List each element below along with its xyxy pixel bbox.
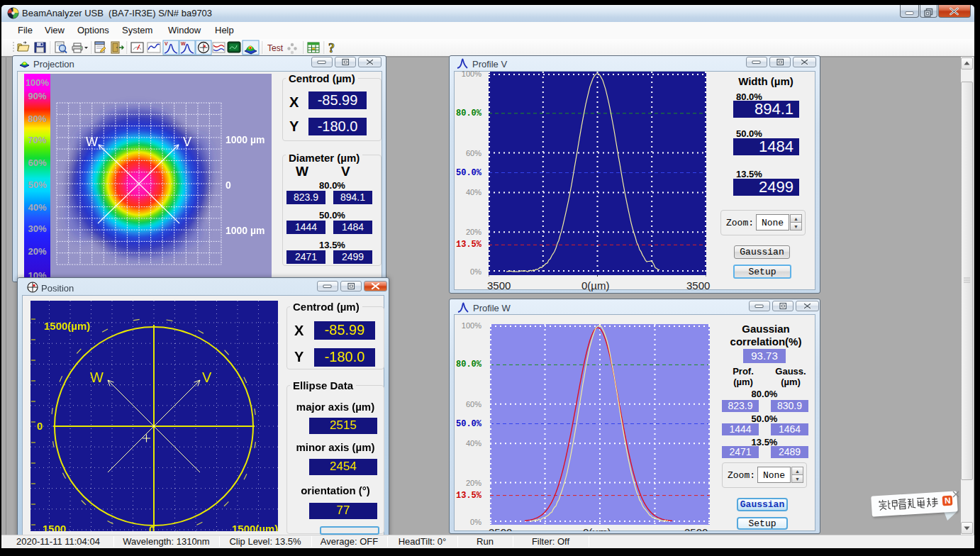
svg-text:1000 µm: 1000 µm (225, 225, 265, 236)
svg-text:1500(µm): 1500(µm) (232, 523, 278, 531)
svg-text:V: V (165, 41, 168, 46)
svg-text:V: V (202, 369, 212, 385)
svg-text:0: 0 (37, 420, 43, 432)
svg-text:W: W (86, 135, 98, 149)
svg-text:W: W (181, 41, 186, 46)
svg-text:0: 0 (225, 179, 231, 191)
svg-text:Test: Test (267, 43, 284, 53)
svg-text:W: W (90, 369, 104, 385)
svg-text:V: V (183, 135, 191, 149)
svg-text:1500(µm): 1500(µm) (44, 320, 90, 332)
svg-text:1500: 1500 (43, 523, 66, 531)
svg-text:?: ? (328, 41, 335, 55)
svg-text:0: 0 (149, 523, 155, 531)
svg-text:1000 µm: 1000 µm (225, 134, 265, 145)
